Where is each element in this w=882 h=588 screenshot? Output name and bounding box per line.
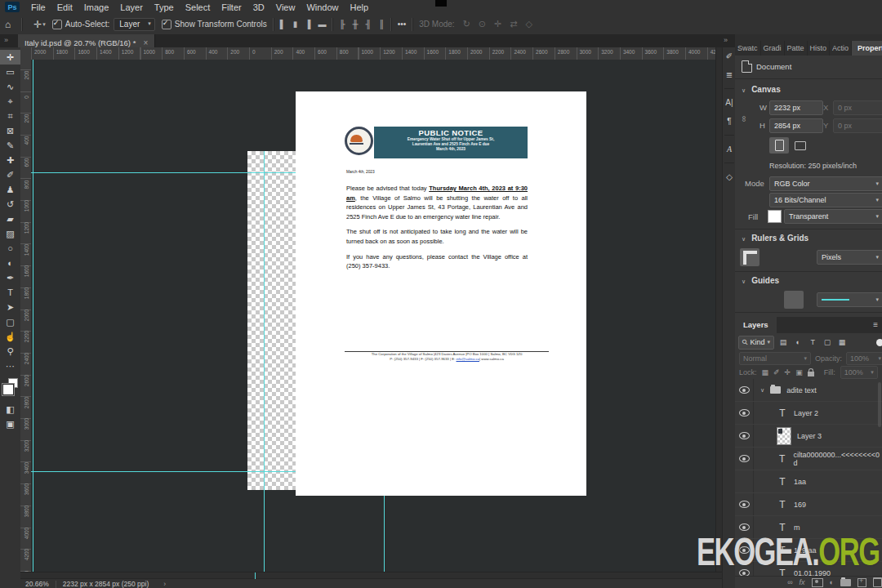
guide-horizontal-bottom[interactable] [31, 471, 296, 472]
3d-panel-icon[interactable]: ◇ [726, 172, 733, 182]
rectangular-marquee-tool[interactable]: ▭ [0, 65, 20, 79]
canvas-area[interactable]: PUBLIC NOTICE Emergency Water Shut off f… [31, 60, 715, 572]
frame-tool[interactable]: ⊠ [0, 123, 20, 138]
toggle-guides-icon[interactable] [740, 291, 760, 309]
layer-style-icon[interactable]: fx [800, 578, 805, 586]
paragraph-panel-icon[interactable]: ¶ [727, 116, 731, 127]
color-swatches[interactable] [0, 377, 20, 402]
menu-help[interactable]: Help [345, 2, 375, 12]
layers-scrollbar-thumb[interactable] [878, 382, 881, 427]
lock-pixels-icon[interactable]: ✐ [773, 368, 780, 376]
visibility-eye-empty[interactable] [735, 470, 754, 492]
dodge-tool[interactable]: ◐ [0, 256, 20, 270]
add-mask-icon[interactable] [812, 578, 823, 587]
lasso-tool[interactable]: ∿ [0, 79, 20, 94]
healing-brush-tool[interactable]: ✚ [0, 153, 20, 167]
layer-row[interactable]: TLayer 2 [735, 402, 882, 425]
eraser-tool[interactable]: ▰ [0, 212, 20, 226]
layer-name[interactable]: 1aa [794, 478, 806, 486]
zoom-level-field[interactable]: 20.66% [25, 580, 49, 588]
zoom-tool[interactable]: ⚲ [0, 344, 20, 359]
clear-guides-icon[interactable] [784, 291, 804, 309]
distribute-right-icon[interactable]: ╢ [366, 20, 372, 29]
guide-vertical-left[interactable] [33, 60, 33, 572]
align-left-icon[interactable]: ▌ [280, 20, 286, 29]
rectangle-tool[interactable]: ▢ [0, 314, 20, 329]
tab-overflow-icon[interactable]: » [4, 36, 8, 44]
filter-adjustment-layers-icon[interactable]: ◐ [792, 338, 804, 346]
quick-mask-icon[interactable]: ◧ [0, 402, 20, 416]
mode-dropdown[interactable]: RGB Color▾ [769, 176, 882, 191]
tab-histo[interactable]: Histo [808, 41, 831, 56]
menu-type[interactable]: Type [149, 2, 180, 12]
align-center-icon[interactable]: ▮ [293, 20, 298, 29]
tab-patte[interactable]: Patte [785, 41, 808, 56]
gradient-tool[interactable]: ▨ [0, 226, 20, 241]
more-tools[interactable]: ⋯ [0, 359, 20, 373]
more-options-icon[interactable]: ••• [398, 20, 407, 29]
type-tool[interactable]: T [0, 285, 20, 300]
layer-row[interactable]: T169 [735, 493, 882, 516]
orientation-portrait-button[interactable] [769, 137, 789, 154]
distribute-center-icon[interactable]: ╫ [352, 20, 358, 29]
distribute-gap-icon[interactable]: ║ [379, 20, 385, 29]
layers-menu-icon[interactable]: ≡ [873, 320, 878, 329]
auto-select-target-dropdown[interactable]: Layer ▾ [114, 18, 155, 31]
menu-window[interactable]: Window [301, 2, 344, 12]
layer-name[interactable]: cilta0000000...<<<<<<<<0 d [793, 451, 882, 467]
screen-mode-icon[interactable]: ▣ [0, 416, 20, 431]
move-tool-dropdown-icon[interactable]: ▾ [42, 21, 46, 28]
align-top-icon[interactable]: ▬ [318, 20, 326, 29]
filter-kind-dropdown[interactable]: ⚲ Kind ▾ [738, 336, 774, 350]
status-chevron-icon[interactable]: › [163, 580, 166, 588]
canvas-section-header[interactable]: ∨Canvas [742, 85, 781, 94]
pen-tool[interactable]: ✒ [0, 270, 20, 285]
menu-edit[interactable]: Edit [51, 2, 78, 12]
group-expand-icon[interactable]: ∨ [760, 387, 764, 394]
lock-transparent-icon[interactable]: ▦ [762, 368, 769, 376]
layer-name[interactable]: Layer 2 [794, 409, 818, 417]
panel-collapse-icon[interactable]: » [724, 36, 728, 44]
visibility-eye-icon[interactable] [735, 379, 754, 401]
height-field[interactable]: 2854 px [769, 118, 823, 133]
filter-smart-objects-icon[interactable]: ▦ [836, 338, 848, 346]
ruler-horizontal[interactable]: 2000180016001400120010008006004002000200… [31, 47, 715, 60]
lock-position-icon[interactable]: ✛ [785, 368, 791, 376]
lock-artboard-icon[interactable]: ▣ [795, 368, 803, 376]
filter-type-layers-icon[interactable]: T [807, 338, 818, 346]
new-group-icon[interactable] [840, 579, 851, 586]
layer-name[interactable]: 169 [794, 501, 806, 509]
auto-select-checkbox[interactable] [52, 20, 62, 29]
units-dropdown[interactable]: Pixels▾ [817, 250, 882, 265]
guide-vertical-center[interactable] [264, 151, 265, 572]
tab-swatc[interactable]: Swatc [735, 41, 761, 56]
brush-tool[interactable]: ✐ [0, 167, 20, 182]
orientation-landscape-button[interactable] [791, 137, 810, 154]
guide-style-dropdown[interactable]: ▾ [817, 292, 882, 307]
layer-thumbnail[interactable] [777, 427, 791, 445]
menu-file[interactable]: File [25, 2, 51, 12]
toggle-rulers-icon[interactable] [740, 248, 760, 266]
filter-toggle-icon[interactable] [876, 339, 882, 346]
lock-guides-icon[interactable] [762, 291, 782, 309]
filter-pixel-layers-icon[interactable]: ▤ [777, 338, 789, 346]
clone-stamp-tool[interactable]: ♟ [0, 182, 20, 197]
tab-actio[interactable]: Actio [830, 41, 852, 56]
new-layer-icon[interactable] [858, 578, 866, 587]
fill-swatch[interactable] [768, 210, 782, 223]
close-icon[interactable]: × [143, 38, 148, 47]
link-layers-icon[interactable]: ∞ [787, 578, 792, 586]
ruler-vertical[interactable]: 2000200400600800100012001400160018002000… [20, 60, 32, 572]
brushes-icon[interactable]: ≣ [726, 69, 733, 80]
layer-name[interactable]: adite text [786, 386, 817, 394]
lock-all-icon[interactable] [808, 372, 814, 376]
home-icon[interactable]: ⌂ [0, 19, 16, 30]
bit-depth-dropdown[interactable]: 16 Bits/Channel▾ [769, 193, 882, 207]
move-tool-icon[interactable]: ✛ [29, 19, 42, 30]
hand-tool[interactable]: ☝ [0, 329, 20, 344]
3d-pan-icon[interactable]: ✛ [494, 19, 501, 29]
blur-tool[interactable]: ○ [0, 241, 20, 256]
layer-row[interactable]: Tcilta0000000...<<<<<<<<0 d [735, 448, 882, 470]
eyedropper-tool[interactable]: ✎ [0, 138, 20, 153]
ruler-corner[interactable] [20, 47, 32, 60]
